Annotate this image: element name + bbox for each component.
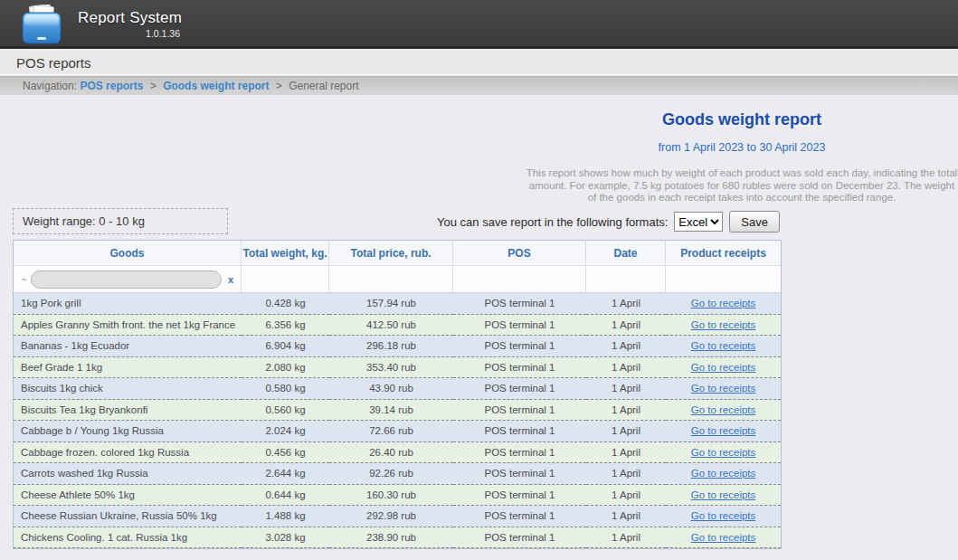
- goods-cell: Chickens Cooling. 1 cat. Russia 1kg: [14, 527, 242, 549]
- pos-cell: POS terminal 1: [453, 357, 586, 379]
- format-select[interactable]: Excel: [674, 212, 723, 232]
- total-price-cell: 39.14 rub: [329, 400, 453, 422]
- breadcrumb-bar: Navigation: POS reports > Goods weight r…: [0, 76, 958, 95]
- go-to-receipts-link[interactable]: Go to receipts: [691, 319, 756, 330]
- date-cell: 1 April: [586, 506, 666, 527]
- goods-cell: Cheese Russian Ukraine, Russia 50% 1kg: [14, 506, 242, 527]
- total-price-cell: 43.90 rub: [329, 378, 453, 400]
- goods-filter-input[interactable]: [31, 271, 221, 289]
- table-row: Biscuits Tea 1kg Bryankonfi 0.560 kg 39.…: [14, 400, 781, 422]
- goods-cell: Biscuits Tea 1kg Bryankonfi: [14, 400, 242, 422]
- total-price-cell: 296.18 rub: [329, 336, 453, 357]
- goods-cell: Cabbage b / Young 1kg Russia: [14, 421, 242, 442]
- report-description: This report shows how much by weight of …: [526, 167, 958, 204]
- column-header-product-receipts: Product receipts: [666, 241, 781, 266]
- total-weight-cell: 3.028 kg: [242, 527, 329, 549]
- go-to-receipts-link[interactable]: Go to receipts: [691, 362, 756, 373]
- total-weight-cell: 2.644 kg: [242, 463, 329, 485]
- table-body: 1kg Pork grill 0.428 kg 157.94 rub POS t…: [14, 293, 781, 548]
- total-weight-cell: 2.024 kg: [242, 421, 329, 442]
- filter-clear-x[interactable]: x: [228, 274, 233, 285]
- save-controls: You can save report in the following for…: [437, 211, 780, 233]
- column-header-date: Date: [586, 241, 666, 266]
- table-row: Apples Granny Smith front. the net 1kg F…: [14, 315, 781, 337]
- section-header-label: POS reports: [16, 52, 91, 74]
- table-row: Cabbage frozen. colored 1kg Russia 0.456…: [14, 442, 781, 464]
- total-price-cell: 26.40 rub: [329, 442, 453, 464]
- total-price-cell: 92.26 rub: [329, 463, 453, 485]
- pos-cell: POS terminal 1: [453, 400, 586, 422]
- app-version: 1.0.1.36: [78, 28, 182, 39]
- column-header-pos: POS: [453, 241, 586, 266]
- date-cell: 1 April: [586, 485, 666, 507]
- goods-cell: Carrots washed 1kg Russia: [14, 463, 242, 485]
- goods-cell: Cheese Athlete 50% 1kg: [14, 485, 242, 507]
- go-to-receipts-link[interactable]: Go to receipts: [691, 489, 756, 500]
- date-cell: 1 April: [586, 378, 666, 400]
- filter-row: ~ x: [14, 266, 781, 293]
- goods-cell: Beef Grade 1 1kg: [14, 357, 242, 379]
- goods-cell: Bananas - 1kg Ecuador: [14, 336, 242, 357]
- date-cell: 1 April: [586, 400, 666, 422]
- goods-cell: Biscuits 1kg chick: [14, 378, 242, 400]
- date-cell: 1 April: [586, 421, 666, 442]
- pos-cell: POS terminal 1: [453, 421, 586, 442]
- total-price-cell: 238.90 rub: [329, 527, 453, 549]
- table-row: Bananas - 1kg Ecuador 6.904 kg 296.18 ru…: [14, 336, 781, 357]
- table-row: Cheese Athlete 50% 1kg 0.644 kg 160.30 r…: [14, 485, 781, 507]
- app-header: Report System 1.0.1.36: [0, 0, 958, 49]
- go-to-receipts-link[interactable]: Go to receipts: [691, 404, 756, 415]
- pos-cell: POS terminal 1: [453, 506, 586, 527]
- go-to-receipts-link[interactable]: Go to receipts: [691, 340, 756, 351]
- filter-tilde-prefix: ~: [21, 274, 26, 285]
- save-format-label: You can save report in the following for…: [437, 215, 668, 229]
- goods-cell: 1kg Pork grill: [14, 293, 242, 315]
- breadcrumb-link-goods-weight-report[interactable]: Goods weight report: [163, 80, 269, 92]
- pos-cell: POS terminal 1: [453, 378, 586, 400]
- save-button[interactable]: Save: [729, 211, 780, 233]
- pos-cell: POS terminal 1: [453, 336, 586, 357]
- go-to-receipts-link[interactable]: Go to receipts: [691, 298, 756, 308]
- go-to-receipts-link[interactable]: Go to receipts: [691, 532, 756, 543]
- table-row: Beef Grade 1 1kg 2.080 kg 353.40 rub POS…: [14, 357, 781, 379]
- go-to-receipts-link[interactable]: Go to receipts: [691, 383, 756, 394]
- table-row: Cabbage b / Young 1kg Russia 2.024 kg 72…: [14, 421, 781, 442]
- pos-cell: POS terminal 1: [453, 315, 586, 337]
- total-price-cell: 292.98 rub: [329, 506, 453, 527]
- table-row: Chickens Cooling. 1 cat. Russia 1kg 3.02…: [14, 527, 781, 549]
- total-weight-cell: 0.644 kg: [242, 485, 329, 507]
- page-title: Goods weight report: [526, 110, 958, 129]
- app-title: Report System: [78, 9, 182, 27]
- total-weight-cell: 6.356 kg: [242, 315, 329, 337]
- total-price-cell: 72.66 rub: [329, 421, 453, 442]
- pos-cell: POS terminal 1: [453, 442, 586, 464]
- go-to-receipts-link[interactable]: Go to receipts: [691, 468, 756, 479]
- total-weight-cell: 0.580 kg: [242, 378, 329, 400]
- goods-cell: Cabbage frozen. colored 1kg Russia: [14, 442, 242, 464]
- breadcrumb-separator: >: [150, 80, 157, 92]
- date-cell: 1 April: [586, 293, 666, 315]
- total-weight-cell: 1.488 kg: [242, 506, 329, 527]
- column-header-goods: Goods: [14, 241, 242, 266]
- table-row: Cheese Russian Ukraine, Russia 50% 1kg 1…: [14, 506, 781, 527]
- table-row: 1kg Pork grill 0.428 kg 157.94 rub POS t…: [14, 293, 781, 315]
- date-cell: 1 April: [586, 357, 666, 379]
- report-heading: Goods weight report from 1 April 2023 to…: [526, 110, 958, 204]
- total-weight-cell: 0.428 kg: [242, 293, 329, 315]
- total-weight-cell: 6.904 kg: [242, 336, 329, 357]
- total-weight-cell: 0.456 kg: [242, 442, 329, 464]
- pos-cell: POS terminal 1: [453, 463, 586, 485]
- table-row: Biscuits 1kg chick 0.580 kg 43.90 rub PO…: [14, 378, 781, 400]
- date-cell: 1 April: [586, 527, 666, 549]
- total-weight-cell: 0.560 kg: [242, 400, 329, 422]
- date-cell: 1 April: [586, 336, 666, 357]
- breadcrumb-link-pos-reports[interactable]: POS reports: [80, 80, 143, 92]
- go-to-receipts-link[interactable]: Go to receipts: [691, 425, 756, 436]
- go-to-receipts-link[interactable]: Go to receipts: [691, 510, 756, 521]
- date-cell: 1 April: [586, 315, 666, 337]
- weight-range-box: Weight range: 0 - 10 kg: [13, 208, 228, 234]
- goods-cell: Apples Granny Smith front. the net 1kg F…: [14, 315, 242, 337]
- breadcrumb-current-general-report: General report: [289, 80, 358, 92]
- report-system-window: Report System 1.0.1.36 POS reports Navig…: [0, 0, 958, 560]
- go-to-receipts-link[interactable]: Go to receipts: [691, 447, 756, 458]
